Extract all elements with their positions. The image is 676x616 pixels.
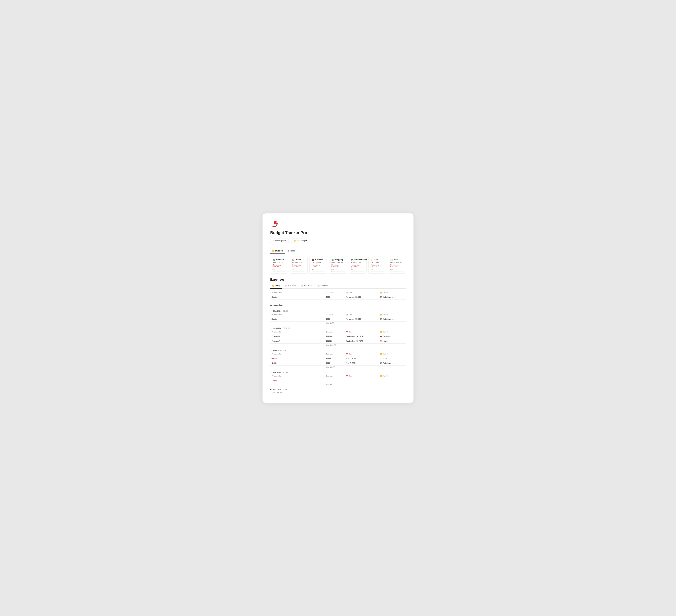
expense-date	[345, 378, 379, 383]
new-expense-button[interactable]: ⊕ New Expense	[270, 239, 289, 243]
budget-progress-bg	[312, 271, 325, 271]
budget-card-food[interactable]: 🍽️ Food Max: $1000.00 Remaining: $1000.0…	[388, 257, 406, 273]
month-sum-row: SUM$850.00	[270, 344, 406, 347]
expense-row[interactable]: Dinner $50.00 May 6, 2024 🍽️ Food	[270, 356, 406, 361]
budget-card-gym[interactable]: 🏋️ Gym Max: $200.00 Remaining: $200.00 0…	[369, 257, 386, 273]
expense-row[interactable]: Expense 2 $500.00 September 20, 2024 💼 B…	[270, 334, 406, 338]
month-sum-cell: SUM$8.00	[325, 321, 345, 325]
month-label: Sep 2024	[273, 327, 281, 329]
expense-budget: 🎮 Entertainment	[379, 361, 406, 365]
month-header[interactable]: ▼ Mar 2024 $0.00	[270, 370, 406, 374]
expense-row[interactable]: Netflix $8.00 May 2, 2024 🎮 Entertainmen…	[270, 361, 406, 365]
budget-card-entertainment[interactable]: 🎮 Entertainment Max: $900.00 Remaining: …	[349, 257, 367, 273]
month-header[interactable]: ▼ May 2024 $58.00	[270, 348, 406, 352]
new-expense-icon: ⊕	[273, 240, 274, 242]
month-groups-container: ▼ Nov 2024 $8.00 ⇄ Transaction ⊕ Amount …	[270, 309, 406, 394]
expense-row[interactable]: Empty	[270, 378, 406, 383]
ov-transaction-icon: ⇄	[272, 314, 273, 316]
budget-card-home[interactable]: 🏠 Home Max: $800.00 Remaining: $800.00 0…	[290, 257, 307, 273]
budget-tag: 💼 Business	[380, 335, 404, 337]
budget-card-header: 🚌 Transport	[273, 259, 286, 261]
sum-label: SUM	[326, 322, 329, 324]
budget-tag-icon: 🎮	[380, 318, 382, 320]
expense-budget: 🍽️ Food	[379, 356, 406, 361]
expense-tab-calendar[interactable]: 📅 Calendar	[316, 284, 330, 289]
ov-th-date: 📅 Date	[345, 313, 379, 317]
budget-tag-icon: 🎮	[380, 362, 382, 364]
today-tab-label: Today	[275, 285, 280, 287]
expense-transaction: Spotify	[270, 295, 325, 299]
expense-transaction: Expense 1	[270, 338, 325, 344]
budget-card-remaining: Remaining: $500.00	[273, 264, 286, 268]
total-sum-value: $100.00	[275, 392, 282, 393]
budget-card-name: Gym	[374, 259, 378, 261]
sum-label: SUM	[326, 344, 329, 346]
expense-row[interactable]: Spotify $8.00 November 23, 2024 🎮 Entert…	[270, 317, 406, 321]
expense-transaction: Spotify	[270, 317, 325, 321]
budget-card-transport[interactable]: 🚌 Transport Max: $500.00 Remaining: $500…	[270, 257, 288, 273]
expense-row[interactable]: Expense 1 $350.00 September 20, 2024 🏠 H…	[270, 338, 406, 344]
this-week-tab-icon: 📅	[285, 285, 287, 287]
ov-th-transaction: ⇄ Transaction	[270, 313, 325, 317]
month-header[interactable]: ▼ Sep 2024 $850.00	[270, 326, 406, 330]
overview-month-table: ⇄ Transaction ⊕ Amount 📅 Date 🪙 Budget E…	[270, 330, 406, 347]
overview-title: ⊞ Overview	[270, 304, 406, 307]
expense-tab-this-month[interactable]: 📅 This Month	[299, 284, 315, 289]
ov-th-transaction: ⇄ Transaction	[270, 330, 325, 334]
budget-card-header: 🍽️ Food	[390, 259, 403, 261]
month-sum: $0.00	[283, 371, 288, 373]
expense-date: May 6, 2024	[345, 356, 379, 361]
budget-card-max: Max: $500.00	[273, 262, 286, 264]
budget-progress-fill	[351, 271, 351, 271]
expense-tab-today[interactable]: 🪙 Today	[270, 284, 282, 289]
expense-row[interactable]: Spotify $8.00 November 23, 2024 🎮 Entert…	[270, 295, 406, 299]
view-tab-bar: 🪙 Budgets ⊞ Table	[270, 249, 406, 254]
budget-tag-name: Food	[383, 357, 387, 359]
th-budget: 🪙 Budget	[379, 291, 406, 295]
ov-th-amount: ⊕ Amount	[325, 374, 345, 378]
overview-table-header: ⇄ Transaction ⊕ Amount 📅 Date 🪙 Budget	[270, 330, 406, 334]
tab-budgets[interactable]: 🪙 Budgets	[270, 249, 285, 254]
expense-budget: 🎮 Entertainment	[379, 317, 406, 321]
budget-cards-container: 🚌 Transport Max: $500.00 Remaining: $500…	[270, 257, 406, 273]
expense-amount: $8.00	[325, 295, 345, 299]
month-header[interactable]: ▼ Nov 2024 $8.00	[270, 309, 406, 313]
month-collapse-icon: ▼	[270, 310, 272, 312]
app-title: Budget Tracker Pro	[270, 230, 406, 235]
ov-th-budget: 🪙 Budget	[379, 313, 406, 317]
budget-card-icon: 🎮	[351, 259, 353, 261]
budget-card-business[interactable]: 💼 Business Max: $1000.00 Remaining: $100…	[309, 257, 327, 273]
budget-card-icon: 🚌	[273, 259, 275, 261]
transaction-th-icon: ⇄	[272, 292, 273, 294]
ov-th-transaction: ⇄ Transaction	[270, 374, 325, 378]
month-sum-cell: SUM$58.00	[325, 365, 345, 369]
budget-card-name: Food	[394, 259, 398, 261]
expense-transaction: Netflix	[270, 361, 325, 365]
new-budget-button[interactable]: 🪙 New Budget	[291, 239, 309, 243]
overview-table-header: ⇄ Transaction ⊕ Amount 📅 Date 🪙 Budget	[270, 352, 406, 356]
ov-th-date: 📅 Date	[345, 374, 379, 378]
budget-tag-name: Business	[383, 335, 391, 337]
ov-th-amount: ⊕ Amount	[325, 313, 345, 317]
expense-table: ⇄ Transaction ⊕ Amount 📅 Date 🪙 Budget	[270, 291, 406, 300]
month-header[interactable]: ▶ Jan 2025 $100.00	[270, 387, 406, 391]
budget-card-pct: 0%	[312, 268, 325, 270]
overview-table-header: ⇄ Transaction ⊕ Amount 📅 Date 🪙 Budget	[270, 374, 406, 378]
expense-date: November 23, 2024	[345, 317, 379, 321]
expense-amount: $500.00	[325, 334, 345, 338]
expense-tab-this-week[interactable]: 📅 This Week	[283, 284, 298, 289]
tab-table[interactable]: ⊞ Table	[286, 249, 297, 254]
new-budget-label: New Budget	[297, 240, 307, 242]
overview-section: ⊞ Overview ▼ Nov 2024 $8.00 ⇄ Transactio…	[270, 304, 406, 394]
budget-card-shopping[interactable]: 🛍️ Shopping Max: $5000.00 Remaining: $48…	[329, 257, 347, 273]
budget-tag-name: Entertainment	[383, 296, 395, 298]
overview-month-table: ⇄ Transaction ⊕ Amount 📅 Date 🪙 Budget D…	[270, 352, 406, 369]
month-collapse-icon: ▼	[270, 371, 272, 373]
budget-card-name: Business	[315, 259, 323, 261]
budget-card-pct: 4%	[331, 268, 344, 270]
empty-text: Empty	[272, 379, 277, 381]
ov-date-icon: 📅	[346, 331, 349, 333]
budget-card-remaining: Remaining: $4800.00	[331, 264, 344, 268]
month-sum-cell: SUM$850.00	[325, 344, 345, 347]
month-sum-cell: SUM$0.00	[325, 383, 345, 386]
